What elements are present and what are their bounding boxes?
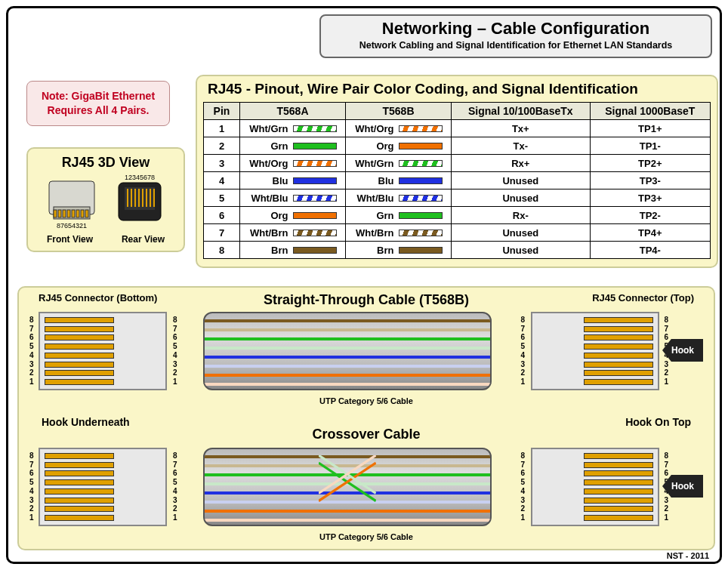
sig1000-cell: TP3+ bbox=[590, 189, 710, 207]
pin-numbers: 87654321 bbox=[29, 312, 34, 390]
header-panel: Networking – Cable Configuration Network… bbox=[319, 14, 712, 58]
pin-numbers: 87654321 bbox=[173, 448, 177, 526]
sig100-cell: Unused bbox=[452, 224, 591, 242]
t568b-cell: Wht/Blu bbox=[346, 189, 452, 207]
svg-rect-20 bbox=[132, 211, 147, 219]
wire-swatch-icon bbox=[399, 247, 443, 254]
col-sig1000: Signal 1000BaseT bbox=[590, 103, 710, 120]
utp-label: UTP Category 5/6 Cable bbox=[25, 532, 708, 541]
note-line2: Requires All 4 Pairs. bbox=[32, 103, 165, 118]
pin-cell: 8 bbox=[204, 242, 240, 259]
pinout-title: RJ45 - Pinout, Wire Pair Color Coding, a… bbox=[208, 81, 711, 97]
sig1000-cell: TP4- bbox=[590, 242, 710, 259]
t568a-cell: Wht/Grn bbox=[240, 120, 346, 137]
pin-cell: 2 bbox=[204, 137, 240, 155]
wire-swatch-icon bbox=[399, 160, 443, 167]
wire-swatch-icon bbox=[293, 160, 337, 167]
svg-rect-5 bbox=[67, 210, 70, 217]
table-row: 7Wht/BrnWht/BrnUnusedTP4+ bbox=[204, 224, 711, 242]
col-t568b: T568B bbox=[346, 103, 452, 120]
wire-swatch-icon bbox=[399, 212, 443, 219]
wire-swatch-icon bbox=[293, 212, 337, 219]
wire-swatch-icon bbox=[293, 143, 337, 149]
t568b-cell: Wht/Brn bbox=[346, 224, 452, 242]
footer-credit: NST - 2011 bbox=[667, 551, 709, 560]
page-title: Networking – Cable Configuration bbox=[325, 19, 706, 39]
rj45-right-icon bbox=[531, 448, 659, 526]
t568b-cell: Wht/Grn bbox=[346, 155, 452, 172]
pinout-panel: RJ45 - Pinout, Wire Pair Color Coding, a… bbox=[196, 75, 718, 268]
pinout-table: Pin T568A T568B Signal 10/100BaseTx Sign… bbox=[203, 102, 711, 259]
pin-cell: 5 bbox=[204, 189, 240, 207]
sig100-cell: Tx+ bbox=[452, 120, 591, 137]
rj45-3d-view-panel: RJ45 3D View 87654321 12345678 bbox=[26, 147, 185, 252]
t568b-cell: Blu bbox=[346, 172, 452, 189]
crossover-title: Crossover Cable bbox=[25, 427, 708, 442]
hook-tab-icon: Hook bbox=[662, 339, 703, 362]
sig1000-cell: TP1- bbox=[590, 137, 710, 155]
t568a-cell: Wht/Blu bbox=[240, 189, 346, 207]
note-line1: Note: GigaBit Ethernet bbox=[32, 89, 165, 103]
table-row: 3Wht/OrgWht/GrnRx+TP2+ bbox=[204, 155, 711, 172]
t568a-cell: Brn bbox=[240, 242, 346, 259]
rj45-left-icon bbox=[39, 312, 167, 390]
svg-rect-4 bbox=[63, 210, 66, 217]
col-pin: Pin bbox=[204, 103, 240, 120]
wire-swatch-icon bbox=[399, 230, 443, 236]
t568a-cell: Blu bbox=[240, 172, 346, 189]
table-row: 4BluBluUnusedTP3- bbox=[204, 172, 711, 189]
wire-swatch-icon bbox=[399, 177, 443, 184]
rj45-rear-icon: 12345678 bbox=[113, 174, 167, 233]
wire-swatch-icon bbox=[399, 195, 443, 202]
sig100-cell: Rx+ bbox=[452, 155, 591, 172]
table-row: 1Wht/GrnWht/OrgTx+TP1+ bbox=[204, 120, 711, 137]
pin-numbers: 87654321 bbox=[520, 448, 525, 526]
svg-rect-9 bbox=[85, 210, 88, 217]
pin-cell: 7 bbox=[204, 224, 240, 242]
pin-numbers: 87654321 bbox=[173, 312, 177, 390]
t568b-cell: Brn bbox=[346, 242, 452, 259]
cable-diagrams-panel: RJ45 Connector (Bottom) RJ45 Connector (… bbox=[17, 286, 715, 550]
rear-view-label: Rear View bbox=[122, 234, 165, 245]
svg-rect-8 bbox=[81, 210, 84, 217]
pin-cell: 4 bbox=[204, 172, 240, 189]
table-row: 8BrnBrnUnusedTP4- bbox=[204, 242, 711, 259]
pin-numbers: 87654321 bbox=[29, 448, 34, 526]
wire-swatch-icon bbox=[399, 143, 443, 149]
t568a-cell: Wht/Org bbox=[240, 155, 346, 172]
svg-rect-6 bbox=[72, 210, 75, 217]
sig1000-cell: TP3- bbox=[590, 172, 710, 189]
wire-swatch-icon bbox=[399, 125, 443, 132]
svg-rect-3 bbox=[58, 210, 61, 217]
cable-sheath-icon bbox=[203, 448, 492, 526]
sig1000-cell: TP4+ bbox=[590, 224, 710, 242]
table-row: 2GrnOrgTx-TP1- bbox=[204, 137, 711, 155]
cable-sheath-icon bbox=[203, 312, 492, 390]
gigabit-note: Note: GigaBit Ethernet Requires All 4 Pa… bbox=[26, 81, 170, 126]
rj45-front-icon: 87654321 bbox=[45, 174, 99, 233]
table-row: 5Wht/BluWht/BluUnusedTP3+ bbox=[204, 189, 711, 207]
t568a-cell: Grn bbox=[240, 137, 346, 155]
sig1000-cell: TP2+ bbox=[590, 155, 710, 172]
t568a-cell: Wht/Brn bbox=[240, 224, 346, 242]
sig100-cell: Unused bbox=[452, 172, 591, 189]
front-view-label: Front View bbox=[47, 234, 93, 245]
crossover-row: Crossover Cable 87654321 87654321 876543… bbox=[25, 428, 708, 549]
wire-swatch-icon bbox=[293, 125, 337, 132]
svg-rect-7 bbox=[76, 210, 79, 217]
col-t568a: T568A bbox=[240, 103, 346, 120]
t568b-cell: Org bbox=[346, 137, 452, 155]
straight-title: Straight-Through Cable (T568B) bbox=[25, 292, 708, 308]
sig100-cell: Rx- bbox=[452, 207, 591, 224]
rear-pin-numbers: 12345678 bbox=[125, 174, 155, 181]
pin-numbers: 87654321 bbox=[520, 312, 525, 390]
col-sig100: Signal 10/100BaseTx bbox=[452, 103, 591, 120]
table-row: 6OrgGrnRx-TP2- bbox=[204, 207, 711, 224]
utp-label: UTP Category 5/6 Cable bbox=[25, 396, 708, 405]
diagram-frame: Networking – Cable Configuration Network… bbox=[6, 6, 722, 564]
front-pin-numbers: 87654321 bbox=[57, 222, 87, 230]
svg-rect-2 bbox=[54, 210, 57, 217]
sig100-cell: Unused bbox=[452, 242, 591, 259]
wire-swatch-icon bbox=[293, 177, 337, 184]
rj45-left-icon bbox=[39, 448, 167, 526]
